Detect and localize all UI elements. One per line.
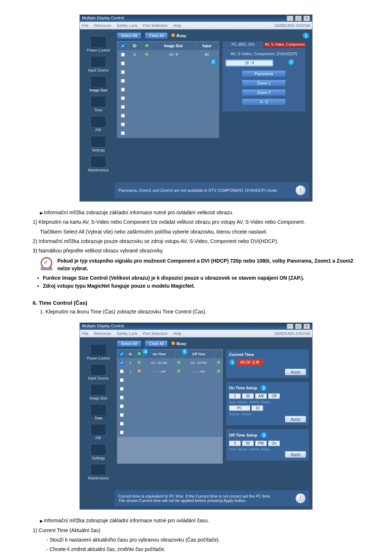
menu-help[interactable]: Help bbox=[173, 331, 181, 336]
menu-file[interactable]: File bbox=[82, 23, 89, 28]
menu-file[interactable]: File bbox=[82, 331, 89, 336]
off-hour-select[interactable]: 3 bbox=[229, 441, 241, 446]
sidebar-item-maintenance[interactable]: Maintenance bbox=[83, 464, 113, 480]
row-checkbox[interactable] bbox=[120, 396, 124, 400]
menu-safety-lock[interactable]: Safety Lock bbox=[117, 331, 137, 336]
option-zoom2[interactable]: Zoom 2 bbox=[242, 89, 286, 96]
tab-av-svideo-component[interactable]: AV, S-Video, Component bbox=[264, 41, 306, 48]
header-checkbox[interactable] bbox=[120, 352, 124, 356]
clear-all-button[interactable]: Clear All bbox=[145, 32, 168, 39]
image-size-screenshot: Multiple Display Control – ◻ ✕ File Remo… bbox=[79, 15, 313, 202]
row-checkbox[interactable] bbox=[121, 79, 125, 83]
tab-pc-bnc-dvi[interactable]: PC, BNC, DVI bbox=[222, 41, 264, 48]
option-4-3[interactable]: 4 : 3 bbox=[242, 98, 286, 106]
maximize-icon[interactable]: ◻ bbox=[295, 324, 302, 329]
status-dot-icon bbox=[145, 44, 148, 47]
off-time-card: Off Time Setup 3 3 00 PM On Hour bbox=[226, 429, 309, 461]
callout-1: 1 bbox=[303, 32, 309, 39]
sidebar: Power Control Input Source Image Size Ti… bbox=[83, 32, 114, 177]
off-time-header: Off Time Setup 3 bbox=[229, 432, 306, 438]
row-checkbox[interactable] bbox=[120, 404, 124, 408]
header-checkbox[interactable] bbox=[121, 44, 125, 48]
option-16-9[interactable]: 16 : 9 bbox=[226, 60, 273, 66]
maximize-icon[interactable]: ◻ bbox=[295, 16, 302, 21]
off-ampm-select[interactable]: PM bbox=[255, 441, 267, 446]
menu-remocon[interactable]: Remocon bbox=[94, 23, 111, 28]
sidebar-item-input-source[interactable]: Input Source bbox=[83, 56, 113, 72]
row-checkbox[interactable] bbox=[120, 422, 124, 426]
menu-port-selection[interactable]: Port Selection bbox=[143, 331, 167, 336]
col-id: ID bbox=[126, 350, 135, 358]
row-image-size: 16 : 9 bbox=[152, 50, 195, 59]
window-buttons[interactable]: – ◻ ✕ bbox=[286, 324, 310, 329]
row-checkbox[interactable] bbox=[120, 430, 124, 434]
table-row[interactable]: 1 -- : -- AM -- : -- AM bbox=[118, 367, 222, 376]
close-icon[interactable]: ✕ bbox=[303, 324, 310, 329]
menu-remocon[interactable]: Remocon bbox=[94, 331, 111, 336]
select-all-button[interactable]: Select All bbox=[117, 340, 141, 347]
label-ampm: AM/PM bbox=[249, 400, 260, 404]
sidebar-item-pip[interactable]: PIP bbox=[83, 424, 113, 440]
menu-port-selection[interactable]: Port Selection bbox=[143, 23, 167, 28]
option-panorama[interactable]: Panorama bbox=[242, 70, 286, 77]
row-checkbox[interactable] bbox=[121, 70, 125, 74]
row-checkbox[interactable] bbox=[121, 131, 125, 135]
sidebar-item-settings[interactable]: Settings bbox=[83, 136, 113, 152]
window-buttons[interactable]: – ◻ ✕ bbox=[286, 16, 310, 21]
clear-all-button[interactable]: Clear All bbox=[145, 340, 168, 347]
sidebar-item-power[interactable]: Power Control bbox=[83, 36, 113, 52]
row-off-time: 03 : 00 PM bbox=[183, 358, 215, 367]
on-ampm-select[interactable]: AM bbox=[255, 393, 267, 399]
sidebar-item-time[interactable]: Time bbox=[83, 404, 113, 420]
menu-safety-lock[interactable]: Safety Lock bbox=[117, 23, 137, 28]
warning-note: Pokud je typ vstupního signálu pro možno… bbox=[33, 257, 359, 272]
on-minute-select[interactable]: 00 bbox=[242, 393, 254, 399]
row-checkbox[interactable] bbox=[121, 122, 125, 126]
select-all-button[interactable]: Select All bbox=[117, 32, 141, 39]
row-checkbox[interactable] bbox=[121, 61, 125, 65]
row-checkbox[interactable] bbox=[121, 88, 125, 92]
row-checkbox[interactable] bbox=[121, 96, 125, 100]
on-hour-select[interactable]: 2 bbox=[229, 393, 241, 399]
row-checkbox[interactable] bbox=[120, 369, 124, 373]
menu-help[interactable]: Help bbox=[173, 23, 181, 28]
minimize-icon[interactable]: – bbox=[287, 324, 293, 329]
row-checkbox[interactable] bbox=[121, 105, 125, 109]
row-checkbox[interactable] bbox=[120, 413, 124, 417]
sidebar-item-time[interactable]: Time bbox=[83, 96, 113, 112]
row-checkbox[interactable] bbox=[121, 53, 125, 57]
sidebar-item-power[interactable]: Power Control bbox=[83, 344, 113, 360]
on-status-select[interactable]: Off bbox=[268, 393, 280, 399]
close-icon[interactable]: ✕ bbox=[303, 16, 310, 21]
row-checkbox[interactable] bbox=[120, 387, 124, 391]
off-status-select[interactable]: On bbox=[268, 441, 280, 446]
footer-line-2: The shown Current time will not be appli… bbox=[118, 498, 246, 503]
minimize-icon[interactable]: – bbox=[287, 16, 293, 21]
table-row[interactable]: 0 16 : 9 AV bbox=[118, 50, 219, 59]
option-zoom1[interactable]: Zoom 1 bbox=[242, 80, 286, 87]
status-dot-icon bbox=[177, 369, 180, 373]
on-volume-select[interactable]: 10 bbox=[252, 405, 263, 411]
apply-button[interactable]: Apply bbox=[285, 369, 306, 375]
sidebar-item-pip[interactable]: PIP bbox=[83, 116, 113, 132]
row-checkbox[interactable] bbox=[121, 114, 125, 118]
table-row[interactable]: 0 02 : 00 AM 03 : 00 PM bbox=[118, 358, 222, 367]
apply-button[interactable]: Apply bbox=[285, 416, 306, 422]
sidebar-item-image-size[interactable]: Image Size bbox=[83, 384, 113, 400]
row-on-time: 02 : 00 AM bbox=[143, 358, 175, 367]
sidebar-item-maintenance[interactable]: Maintenance bbox=[83, 156, 113, 172]
doc-line: - Slouží k nastavení aktuálního času pro… bbox=[46, 536, 359, 543]
sidebar-item-settings[interactable]: Settings bbox=[83, 444, 113, 460]
off-minute-select[interactable]: 00 bbox=[242, 441, 254, 446]
row-checkbox[interactable] bbox=[120, 361, 124, 365]
window-title: Multiple Display Control bbox=[82, 16, 124, 21]
row-checkbox[interactable] bbox=[120, 378, 124, 382]
sidebar-item-image-size[interactable]: Image Size bbox=[83, 76, 113, 92]
status-dot-icon bbox=[177, 361, 180, 364]
label-hour: Hour bbox=[229, 447, 236, 451]
footer-line-1: Current time is equivalent to PC time. I… bbox=[118, 494, 271, 498]
apply-button[interactable]: Apply bbox=[285, 451, 306, 458]
sidebar-item-input-source[interactable]: Input Source bbox=[83, 364, 113, 380]
on-source-select[interactable]: PC bbox=[229, 405, 250, 411]
footer-text: Panorama, Zoom1 and Zoom2 are not availa… bbox=[118, 188, 278, 193]
